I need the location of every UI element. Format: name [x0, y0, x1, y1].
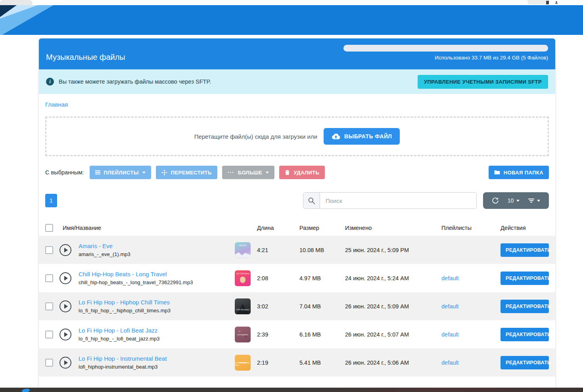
playlist-link[interactable]: default: [441, 331, 459, 338]
duration-cell: 4:21: [257, 247, 299, 253]
file-name: lo_fi_hip_hop_-_hiphop_chill_times.mp3: [79, 308, 235, 314]
site-banner: [0, 5, 583, 35]
play-button[interactable]: [59, 329, 71, 340]
row-checkbox[interactable]: [45, 331, 53, 338]
file-dropzone[interactable]: Перетащите файл(ы) сюда для загрузки или…: [45, 117, 549, 156]
playlist-link[interactable]: default: [441, 303, 459, 310]
trash-icon: [285, 170, 290, 175]
search-box: [303, 192, 477, 209]
info-icon: [46, 78, 54, 86]
album-art-label: Lofi Chihuahua: [236, 272, 249, 286]
logo-swoosh-icon: [21, 388, 30, 392]
choose-file-label: ВЫБРАТЬ ФАЙЛ: [344, 133, 392, 140]
edit-button[interactable]: РЕДАКТИРОВАТЬ: [501, 328, 549, 341]
table-row: Chill Hip-Hop Beats - Long Travel chill_…: [39, 264, 555, 292]
file-title-link[interactable]: Amaris - Eve: [79, 243, 235, 249]
filter-icon: [528, 199, 534, 203]
edit-button[interactable]: РЕДАКТИРОВАТЬ: [501, 243, 549, 257]
manage-sftp-accounts-button[interactable]: УПРАВЛЕНИЕ УЧЕТНЫМИ ЗАПИСЯМИ SFTP: [418, 75, 548, 89]
delete-button[interactable]: УДАЛИТЬ: [279, 166, 325, 179]
storage-usage-text: Использовано 33.7 MB из 29.4 GB (5 Файло…: [343, 55, 548, 61]
table-row: Lo Fi Hip Hop - Hiphop Chill Times lo_fi…: [39, 292, 555, 320]
refresh-button[interactable]: [492, 197, 499, 204]
row-checkbox[interactable]: [45, 302, 53, 310]
playlist-link[interactable]: default: [441, 359, 459, 366]
pagination-page-1[interactable]: 1: [45, 194, 57, 207]
file-name: chill_hip-hop_beats_-_long_travel_736229…: [79, 279, 235, 285]
browser-strip: [0, 0, 583, 5]
file-title-link[interactable]: Chill Hip-Hop Beats - Long Travel: [79, 271, 235, 277]
row-checkbox[interactable]: [45, 246, 53, 254]
play-button[interactable]: [59, 244, 71, 256]
move-label: ПЕРЕМЕСТИТЬ: [171, 170, 212, 176]
album-art-label: Lofi Instrumental Beat: [235, 361, 251, 371]
modified-cell: 26 июн. 2024 г., 5:07 AM: [345, 331, 441, 338]
banner-corner-accent: [0, 5, 583, 35]
row-checkbox[interactable]: [45, 274, 53, 282]
album-art-label: Chill Sensation: [236, 308, 249, 311]
modified-cell: 25 июн. 2024 г., 5:09 PM: [345, 247, 441, 253]
duration-cell: 2:19: [257, 359, 299, 366]
search-input[interactable]: [320, 193, 476, 208]
table-header-row: Имя/Название Длина Размер Изменено Плейл…: [39, 220, 555, 236]
music-files-card: Музыкальные файлы Использовано 33.7 MB и…: [39, 38, 555, 388]
choose-file-button[interactable]: ВЫБРАТЬ ФАЙЛ: [324, 128, 400, 145]
bottom-bar: [0, 388, 583, 392]
browser-tab[interactable]: [0, 0, 33, 5]
storage-progress-bar: [343, 45, 548, 52]
table-row: Lo Fi Hip Hop - Lofi Beat Jazz lo_fi_hip…: [39, 320, 555, 348]
move-icon: [161, 170, 167, 176]
profile-icon[interactable]: [554, 0, 558, 4]
more-icon: ···: [228, 170, 234, 174]
modified-cell: 26 июн. 2024 г., 5:09 AM: [345, 303, 441, 310]
file-title-link[interactable]: Lo Fi Hip Hop - Hiphop Chill Times: [79, 299, 235, 306]
row-checkbox[interactable]: [45, 359, 53, 367]
per-page-select[interactable]: 10: [508, 197, 520, 204]
sort-filter-select[interactable]: [528, 199, 540, 203]
sftp-info-text: Вы также можете загружать файлы массово …: [59, 78, 211, 85]
column-header-length: Длина: [257, 225, 299, 231]
per-page-value: 10: [508, 197, 514, 204]
bulk-actions-label: С выбранным:: [45, 169, 84, 176]
album-art-label: Lomography: [237, 333, 248, 342]
playlists-button[interactable]: ПЛЕЙЛИСТЫ: [90, 166, 151, 179]
select-all-checkbox[interactable]: [45, 224, 53, 232]
card-header: Музыкальные файлы Использовано 33.7 MB и…: [39, 38, 555, 69]
size-cell: 4.97 MB: [299, 275, 345, 281]
column-header-actions: Действия: [501, 225, 549, 231]
more-button[interactable]: ··· БОЛЬШЕ: [222, 166, 275, 179]
play-button[interactable]: [59, 357, 71, 369]
size-cell: 6.16 MB: [299, 331, 345, 338]
new-folder-button[interactable]: НОВАЯ ПАПКА: [489, 166, 549, 179]
playlist-icon: [95, 170, 100, 174]
column-header-name: Имя/Название: [59, 225, 235, 231]
file-title-link[interactable]: Lo Fi Hip Hop - Lofi Beat Jazz: [79, 327, 235, 334]
move-button[interactable]: ПЕРЕМЕСТИТЬ: [156, 166, 217, 179]
list-toolbar: 1 10: [45, 192, 549, 209]
modified-cell: 26 июн. 2024 г., 5:06 AM: [345, 359, 441, 366]
files-table: Имя/Название Длина Размер Изменено Плейл…: [39, 220, 555, 377]
search-icon: [308, 197, 315, 205]
file-name: lofi_hiphop-instrumental_beat.mp3: [79, 364, 235, 370]
column-header-playlists: Плейлисты: [441, 225, 501, 231]
file-name: amaris_-_eve_(1).mp3: [79, 251, 235, 257]
modified-cell: 24 июн. 2024 г., 5:24 AM: [345, 275, 441, 281]
breadcrumb-home-link[interactable]: Главная: [45, 101, 68, 108]
file-name: lo_fi_hip_hop_-_lofi_beat_jazz.mp3: [79, 336, 235, 342]
delete-label: УДАЛИТЬ: [293, 170, 319, 176]
edit-button[interactable]: РЕДАКТИРОВАТЬ: [501, 356, 549, 369]
album-art: Lofi Instrumental Beat: [235, 355, 251, 371]
playlist-link[interactable]: default: [441, 275, 459, 281]
table-body: Amaris - Eve amaris_-_eve_(1).mp3 AMARIS…: [39, 236, 555, 377]
size-cell: 7.04 MB: [299, 303, 345, 310]
page-title: Музыкальные файлы: [46, 53, 125, 62]
extension-icon[interactable]: [546, 1, 549, 4]
album-art: Lomography: [235, 327, 251, 342]
chevron-down-icon: [537, 200, 540, 202]
edit-button[interactable]: РЕДАКТИРОВАТЬ: [501, 272, 549, 285]
play-button[interactable]: [59, 300, 71, 312]
breadcrumb: Главная: [39, 94, 555, 108]
play-button[interactable]: [59, 272, 71, 284]
file-title-link[interactable]: Lo Fi Hip Hop - Instrumental Beat: [79, 355, 235, 362]
edit-button[interactable]: РЕДАКТИРОВАТЬ: [501, 300, 549, 313]
